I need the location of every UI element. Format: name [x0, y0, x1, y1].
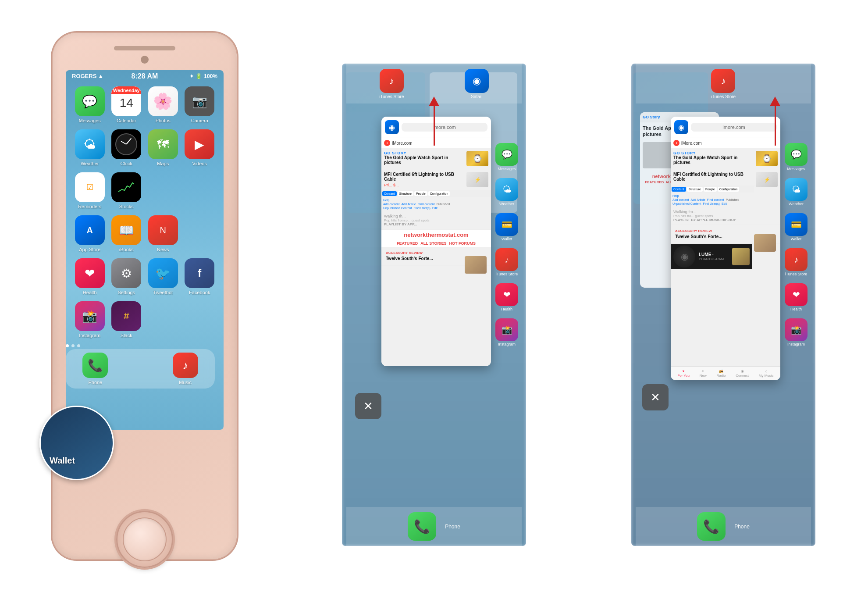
- sr2-wallet-icon[interactable]: 💳: [785, 213, 808, 236]
- music-tab-mymusic[interactable]: ♫My Music: [759, 369, 774, 378]
- sr2-itunes-icon[interactable]: ♪: [785, 248, 808, 271]
- cms2-tab-structure[interactable]: Structure: [687, 187, 703, 192]
- sr2-health[interactable]: ❤ Health: [785, 283, 808, 311]
- weather-icon[interactable]: 🌤: [75, 129, 105, 159]
- cms-add-content[interactable]: Add content: [383, 203, 399, 206]
- cms-find-content[interactable]: Find content: [418, 203, 435, 206]
- switcher-safari-icon[interactable]: ◉: [465, 69, 489, 93]
- sr-itunes[interactable]: ♪ iTunes Store: [495, 248, 518, 276]
- cms-edit[interactable]: Edit: [432, 207, 438, 210]
- cms2-tab-people[interactable]: People: [704, 187, 717, 192]
- sr2-weather[interactable]: 🌤 Weather: [785, 178, 808, 206]
- app-facebook-wrapper[interactable]: f Facebook: [185, 258, 215, 295]
- safari-app-card-2[interactable]: ◉ imore.com i iMore.com ⌚ GO Story: [671, 117, 780, 380]
- tweetbot-icon[interactable]: 🐦: [148, 258, 178, 288]
- cms-find-user[interactable]: Find User(s): [413, 207, 430, 210]
- cms2-find-content[interactable]: Find content: [707, 198, 724, 201]
- cms2-add-article[interactable]: Add Article: [690, 198, 705, 201]
- app-clock-wrapper[interactable]: Clock: [111, 129, 142, 166]
- cms2-help[interactable]: Help: [672, 194, 679, 197]
- dock-phone[interactable]: 📞 Phone: [82, 353, 108, 385]
- home-button[interactable]: [116, 511, 173, 568]
- dock-phone-icon[interactable]: 📞: [82, 353, 108, 378]
- music-tab-connect[interactable]: ◉Connect: [736, 369, 749, 378]
- app-stocks-wrapper[interactable]: Stocks: [111, 172, 142, 209]
- appstore-icon[interactable]: A: [75, 215, 105, 245]
- dock-music[interactable]: ♪ Music: [173, 353, 198, 385]
- close-app-btn-1[interactable]: ✕: [355, 393, 381, 419]
- sr2-weather-icon[interactable]: 🌤: [785, 178, 808, 201]
- sr-wallet[interactable]: 💳 Wallet: [495, 213, 518, 241]
- sr-itunes-icon[interactable]: ♪: [495, 248, 518, 271]
- sr-health-icon[interactable]: ❤: [495, 283, 518, 306]
- switcher-itunes-icon[interactable]: ♪: [380, 69, 404, 93]
- switcher2-itunes[interactable]: ♪ iTunes Store: [711, 69, 736, 99]
- cms2-edit[interactable]: Edit: [722, 202, 727, 205]
- app-health-wrapper[interactable]: ❤ Health: [75, 258, 105, 295]
- switcher-itunes[interactable]: ♪ iTunes Store: [379, 69, 404, 99]
- ibooks-icon[interactable]: 📖: [111, 215, 141, 245]
- switcher2-itunes-icon[interactable]: ♪: [711, 69, 735, 93]
- instagram-icon[interactable]: 📸: [75, 301, 105, 331]
- dock-music-icon[interactable]: ♪: [173, 353, 198, 378]
- camera-icon[interactable]: 📷: [185, 86, 214, 116]
- app-ibooks-wrapper[interactable]: 📖 iBooks: [111, 215, 142, 252]
- sr2-wallet[interactable]: 💳 Wallet: [785, 213, 808, 241]
- cms2-add-content[interactable]: Add content: [672, 198, 689, 201]
- videos-icon[interactable]: ▶: [185, 129, 214, 159]
- sr-instagram-icon[interactable]: 📸: [495, 318, 518, 341]
- sr2-instagram-icon[interactable]: 📸: [785, 318, 808, 341]
- clock-icon[interactable]: [111, 129, 141, 159]
- calendar-icon[interactable]: Wednesday 14: [111, 86, 141, 116]
- app-reminders-wrapper[interactable]: ☑ Reminders: [75, 172, 105, 209]
- app-tweetbot-wrapper[interactable]: 🐦 Tweetbot: [148, 258, 178, 295]
- safari-url-bar[interactable]: imore.com: [402, 123, 487, 132]
- cms-tab-people[interactable]: People: [414, 191, 427, 196]
- news-icon[interactable]: N: [148, 215, 178, 245]
- sr-messages-icon[interactable]: 💬: [495, 143, 518, 166]
- messages-icon[interactable]: 💬: [75, 86, 105, 116]
- safari-app-card[interactable]: ◉ imore.com i iMore.com ⌚ GO Story: [381, 117, 491, 366]
- cms2-unpublished[interactable]: Unpublished Content: [672, 202, 701, 205]
- sr-health[interactable]: ❤ Health: [495, 283, 518, 311]
- slack-icon[interactable]: #: [111, 301, 141, 331]
- safari2-url-bar[interactable]: imore.com: [691, 123, 777, 132]
- phone2-dock-icon[interactable]: 📞: [697, 512, 726, 541]
- cms-tab-structure[interactable]: Structure: [398, 191, 413, 196]
- cms-add-article[interactable]: Add Article: [401, 203, 416, 206]
- phone-dock-icon[interactable]: 📞: [408, 512, 436, 541]
- reminders-icon[interactable]: ☑: [75, 172, 105, 202]
- music-tab-foryou[interactable]: ♥For You: [677, 369, 690, 378]
- app-maps-wrapper[interactable]: 🗺 Maps: [148, 129, 178, 166]
- cms-unpublished[interactable]: Unpublished Content: [383, 207, 412, 210]
- hot-forums-btn[interactable]: HOT FORUMS: [449, 241, 476, 246]
- cms-tab-config[interactable]: Configuration: [428, 191, 450, 196]
- settings-icon[interactable]: ⚙: [111, 258, 141, 288]
- app-settings-wrapper[interactable]: ⚙ Settings: [111, 258, 142, 295]
- app-news-wrapper[interactable]: N News: [148, 215, 178, 252]
- all-stories-btn[interactable]: ALL STORIES: [420, 241, 446, 246]
- music-tab-radio[interactable]: 📻Radio: [717, 369, 726, 378]
- sr-weather[interactable]: 🌤 Weather: [495, 178, 518, 206]
- stocks-icon[interactable]: [111, 172, 141, 202]
- sr2-itunes[interactable]: ♪ iTunes Store: [785, 248, 808, 276]
- sr2-messages-icon[interactable]: 💬: [785, 143, 808, 166]
- app-calendar-wrapper[interactable]: Wednesday 14 Calendar: [111, 86, 142, 123]
- facebook-icon[interactable]: f: [185, 258, 214, 288]
- close-app-btn-2[interactable]: ✕: [642, 384, 669, 410]
- app-messages-wrapper[interactable]: 💬 Messages: [75, 86, 105, 123]
- photos-icon[interactable]: 🌸: [148, 86, 178, 116]
- cms2-find-user[interactable]: Find User(s): [703, 202, 720, 205]
- app-weather-wrapper[interactable]: 🌤 Weather: [75, 129, 105, 166]
- app-appstore-wrapper[interactable]: A App Store: [75, 215, 105, 252]
- app-slack-wrapper[interactable]: # Slack: [111, 301, 142, 338]
- sr2-messages[interactable]: 💬 Messages: [785, 143, 808, 171]
- app-photos-wrapper[interactable]: 🌸 Photos: [148, 86, 178, 123]
- app-camera-wrapper[interactable]: 📷 Camera: [185, 86, 215, 123]
- switcher-safari[interactable]: ◉ Safari: [465, 69, 489, 99]
- app-videos-wrapper[interactable]: ▶ Videos: [185, 129, 215, 166]
- sr-weather-icon[interactable]: 🌤: [495, 178, 518, 201]
- cms2-tab-config[interactable]: Configuration: [718, 187, 740, 192]
- maps-icon[interactable]: 🗺: [148, 129, 178, 159]
- cms-help[interactable]: Help: [383, 199, 489, 202]
